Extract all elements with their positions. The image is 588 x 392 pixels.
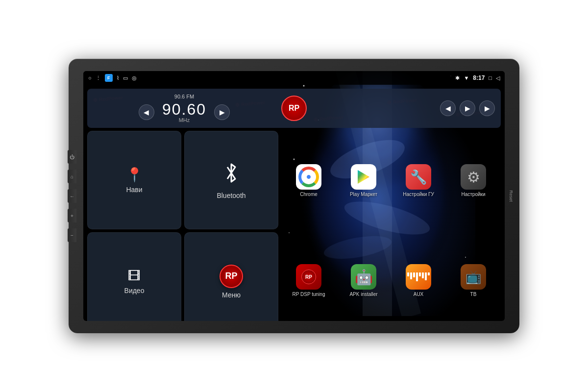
rp-dsp-icon: RP [296, 264, 321, 290]
fm-radio-bar[interactable]: 90.6 FM ◀ 90.60 MHz ▶ RP ◀ ▶ [87, 89, 501, 128]
content-area: 90.6 FM ◀ 90.60 MHz ▶ RP ◀ ▶ [83, 85, 505, 321]
menu-rp-icon: RP [220, 265, 243, 288]
wifi-icon: ▼ [464, 75, 469, 81]
vol-down-button[interactable]: − [68, 228, 76, 242]
bluetooth-label: Bluetooth [217, 192, 245, 199]
clock: 8:17 [473, 74, 485, 81]
status-bar: ○ ⋮ F ⌇ ▭ ◎ ✱ ▼ 8:17 □ ◁ [83, 71, 505, 85]
settings-gu-label: Настройки ГУ [403, 192, 434, 197]
video-label: Видео [124, 287, 145, 294]
aux-icon [406, 264, 431, 290]
settings-app[interactable]: ⚙ Настройки [448, 133, 499, 229]
fm-next3-button[interactable]: ▶ [479, 100, 495, 116]
fm-prev-button[interactable]: ◀ [139, 104, 154, 120]
chrome-icon [296, 164, 321, 190]
navi-label: Нави [126, 186, 142, 194]
settings-icon: ⚙ [461, 164, 486, 190]
fm-right-controls: ◀ ▶ ▶ [313, 100, 495, 116]
notification-icon: F [105, 74, 113, 82]
apps-grid: Chrome [281, 131, 501, 321]
circle-icon: ○ [88, 75, 92, 81]
apps-area: 📍 Нави Bluetooth 🎞 Видео [87, 131, 501, 321]
tiles-row-2: 🎞 Видео RP Меню [87, 232, 278, 321]
device-unit: ⏻ ⌂ ← + − [69, 59, 519, 333]
vol-up-button[interactable]: + [68, 209, 76, 222]
reset-label[interactable]: Reset [509, 190, 514, 202]
fm-frequency-value: 90.60 [162, 101, 206, 117]
window-icon: □ [489, 75, 492, 81]
rp-logo: RP [281, 96, 307, 121]
screen: ⊕ RedPower ⊕ RedPower ⊕ RedPower ⊕ RedPo… [83, 71, 505, 321]
tv-label: ТВ [470, 292, 477, 297]
bluetooth-icon [223, 161, 239, 189]
apk-label: APK installer [349, 292, 377, 297]
playstore-label: Play Маркет [350, 192, 377, 197]
apk-icon: 🤖 [351, 264, 376, 290]
status-bar-right: ✱ ▼ 8:17 □ ◁ [455, 74, 500, 81]
rp-dsp-app[interactable]: RP RP DSP tuning [283, 233, 334, 321]
fm-prev2-button[interactable]: ◀ [440, 100, 456, 116]
navi-tile[interactable]: 📍 Нави [87, 131, 181, 229]
tiles-row-1: 📍 Нави Bluetooth [87, 131, 278, 229]
fm-frequency-display: 90.60 MHz [162, 101, 206, 123]
menu-label: Меню [222, 291, 241, 299]
tv-app[interactable]: 📺 ТВ [448, 233, 499, 321]
side-buttons-left: ⏻ ⌂ ← + − [68, 150, 76, 242]
chrome-label: Chrome [300, 192, 318, 197]
back-nav-icon: ◁ [496, 75, 500, 81]
fm-next-button[interactable]: ▶ [214, 104, 230, 120]
quick-tiles: 📍 Нави Bluetooth 🎞 Видео [87, 131, 278, 321]
settings-gu-icon: 🔧 [406, 164, 431, 190]
fm-controls-area: 90.6 FM ◀ 90.60 MHz ▶ [93, 94, 275, 123]
playstore-app[interactable]: Play Маркет [338, 133, 389, 229]
home-button[interactable]: ⌂ [68, 170, 76, 183]
aux-app[interactable]: AUX [393, 233, 444, 321]
power-button[interactable]: ⏻ [68, 150, 76, 164]
status-bar-left: ○ ⋮ F ⌇ ▭ ◎ [88, 74, 137, 82]
menu-tile[interactable]: RP Меню [184, 232, 278, 321]
shield-icon: ◎ [132, 75, 137, 81]
chrome-app[interactable]: Chrome [283, 133, 334, 229]
navi-icon: 📍 [126, 167, 143, 183]
fm-next2-button[interactable]: ▶ [460, 100, 475, 116]
rp-dsp-logo: RP [301, 270, 316, 284]
fm-controls: ◀ 90.60 MHz ▶ [139, 101, 230, 123]
dots-icon: ⋮ [96, 75, 101, 81]
image-icon: ▭ [123, 75, 128, 81]
video-icon: 🎞 [128, 269, 141, 284]
settings-label: Настройки [461, 192, 485, 197]
settings-gu-app[interactable]: 🔧 Настройки ГУ [393, 133, 444, 229]
fm-label: 90.6 FM [174, 94, 194, 99]
rp-logo-text: RP [289, 104, 299, 113]
playstore-icon [351, 164, 376, 190]
svg-marker-14 [358, 170, 369, 184]
video-tile[interactable]: 🎞 Видео [87, 232, 181, 321]
back-side-button[interactable]: ← [68, 189, 76, 203]
apk-app[interactable]: 🤖 APK installer [338, 233, 389, 321]
usb-icon: ⌇ [117, 75, 119, 81]
aux-label: AUX [414, 292, 424, 297]
fm-unit: MHz [179, 117, 190, 123]
bluetooth-status-icon: ✱ [455, 75, 460, 81]
bluetooth-tile[interactable]: Bluetooth [184, 131, 278, 229]
tv-icon: 📺 [461, 264, 486, 290]
aux-bars-graphic [407, 272, 430, 281]
menu-rp-text: RP [225, 271, 237, 281]
rp-dsp-label: RP DSP tuning [293, 292, 325, 297]
